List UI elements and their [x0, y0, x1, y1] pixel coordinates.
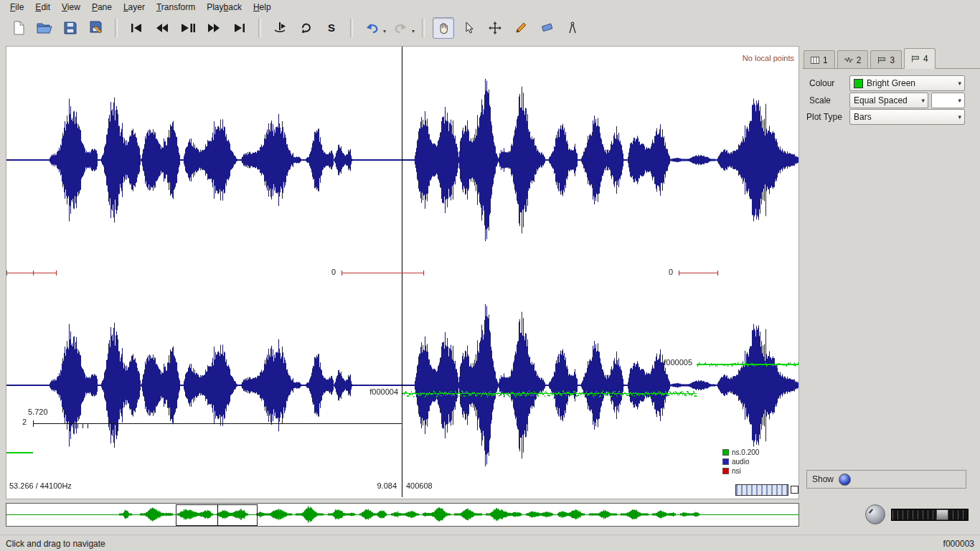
- menu-item-transform[interactable]: Transform: [151, 1, 201, 14]
- overview-view-window[interactable]: [176, 504, 258, 526]
- status-hint: Click and drag to navigate: [0, 539, 105, 549]
- legend-item: nsi: [722, 466, 759, 476]
- forward-to-end-button[interactable]: [229, 17, 250, 39]
- measure-line-black: [33, 423, 402, 424]
- measure-compass-icon: [567, 22, 578, 34]
- measure-zero-label: 0: [669, 268, 673, 276]
- navigate-tool-button[interactable]: [433, 17, 454, 39]
- colour-label: Colour: [809, 78, 834, 88]
- measure-line-red: [679, 273, 718, 273]
- loop-playback-button[interactable]: [295, 17, 316, 39]
- menu-item-layer[interactable]: Layer: [118, 1, 151, 14]
- colour-swatch: [854, 79, 863, 88]
- fader-handle[interactable]: [936, 509, 948, 520]
- legend-label: audio: [732, 458, 749, 466]
- pane-layout-icon: [811, 57, 819, 64]
- fast-forward-button[interactable]: [203, 17, 225, 39]
- legend-swatch-green: [722, 449, 729, 456]
- menubar: FileEditViewPaneLayerTransformPlaybackHe…: [0, 0, 980, 14]
- new-file-icon: [12, 21, 25, 35]
- overview-playback-cursor: [217, 504, 218, 525]
- erase-tool-button[interactable]: [536, 17, 557, 39]
- menu-item-edit[interactable]: Edit: [29, 1, 56, 14]
- redo-icon: [394, 22, 407, 33]
- save-icon: [64, 22, 77, 34]
- rewind-icon: [156, 23, 169, 33]
- waveform-pane[interactable]: 0 0 5.720 2 f000004 f000005 No local poi…: [6, 46, 799, 499]
- app-window: FileEditViewPaneLayerTransformPlaybackHe…: [0, 0, 980, 551]
- properties-panel: 1 2 3 4 Colour Bright Green Scale Equal …: [801, 42, 980, 534]
- save-as-icon: [90, 21, 103, 34]
- legend-item: audio: [722, 457, 759, 466]
- draw-tool-button[interactable]: [510, 17, 532, 39]
- tab-label: 2: [857, 55, 862, 65]
- measure-cap: [56, 270, 57, 276]
- tab-pane-3[interactable]: 3: [870, 50, 902, 68]
- feature-label-f000004: f000004: [335, 387, 398, 396]
- fader-ticks: [892, 510, 967, 519]
- plot-type-value: Bars: [854, 112, 872, 122]
- measure-tool-button[interactable]: [562, 17, 583, 39]
- legend-swatch-blue: [722, 458, 729, 465]
- tab-label: 3: [890, 55, 895, 65]
- scale-dropdown[interactable]: Equal Spaced: [849, 93, 928, 108]
- plot-type-dropdown[interactable]: Bars: [849, 109, 965, 125]
- measure-tick: [83, 423, 83, 428]
- menu-item-help[interactable]: Help: [248, 1, 277, 14]
- new-file-button[interactable]: [8, 17, 29, 39]
- playback-volume-fader[interactable]: [891, 509, 969, 521]
- show-box: Show: [806, 470, 966, 489]
- undo-menu-arrow[interactable]: ▾: [383, 21, 386, 34]
- move-arrows-icon: [489, 22, 501, 34]
- menu-item-view[interactable]: View: [56, 1, 86, 14]
- toolbar: S ▾ ▾: [0, 14, 980, 42]
- legend-label: nsi: [732, 467, 741, 475]
- overview-canvas[interactable]: [6, 504, 798, 526]
- play-selection-button[interactable]: [269, 17, 291, 39]
- redo-menu-arrow[interactable]: ▾: [412, 21, 415, 34]
- toolbar-separator: [258, 19, 261, 37]
- save-button[interactable]: [60, 17, 81, 39]
- measure-line-red: [341, 273, 424, 273]
- measure-tick: [77, 423, 78, 428]
- colour-dropdown[interactable]: Bright Green: [849, 75, 965, 91]
- select-tool-button[interactable]: [458, 17, 480, 39]
- statusbar: Click and drag to navigate f000003: [0, 534, 980, 551]
- forward-to-end-icon: [234, 23, 245, 33]
- measure-cap: [402, 420, 402, 427]
- menu-item-playback[interactable]: Playback: [201, 1, 248, 14]
- overview-strip[interactable]: [6, 503, 799, 527]
- save-as-button[interactable]: [85, 17, 107, 39]
- redo-button[interactable]: [390, 17, 411, 39]
- scale-units-dropdown[interactable]: [931, 93, 965, 108]
- tab-label: 4: [923, 54, 928, 64]
- undo-button[interactable]: [361, 17, 382, 39]
- play-pause-button[interactable]: [177, 17, 199, 39]
- tab-pane-2[interactable]: 2: [837, 50, 869, 68]
- rewind-to-start-button[interactable]: [126, 17, 147, 39]
- plot-type-label: Plot Type: [806, 112, 842, 122]
- legend-item: ns.0.200: [722, 448, 759, 457]
- tab-pane-4[interactable]: 4: [904, 48, 936, 69]
- sample-rate-label: 53.266 / 44100Hz: [9, 481, 72, 490]
- measure-cap: [341, 270, 342, 276]
- measure-cap: [679, 270, 679, 276]
- playback-cursor: [402, 47, 402, 497]
- edit-tool-button[interactable]: [484, 17, 506, 39]
- open-file-button[interactable]: [34, 17, 55, 39]
- playback-speed-knob[interactable]: [865, 504, 885, 524]
- zoom-thumbwheel[interactable]: [735, 484, 788, 496]
- cursor-time-label: 9.084: [364, 481, 397, 490]
- scale-label: Scale: [809, 95, 831, 105]
- rewind-button[interactable]: [151, 17, 173, 39]
- show-toggle-led[interactable]: [839, 474, 851, 486]
- solo-button[interactable]: S: [321, 17, 342, 39]
- tab-pane-1[interactable]: 1: [804, 50, 835, 68]
- rewind-to-start-icon: [131, 23, 142, 33]
- zoom-reset-button[interactable]: [791, 486, 798, 494]
- menu-item-pane[interactable]: Pane: [86, 1, 118, 14]
- knob-notch: [869, 509, 873, 514]
- menu-item-file[interactable]: File: [4, 1, 29, 14]
- cursor-arrow-icon: [464, 22, 474, 34]
- undo-icon: [365, 22, 379, 33]
